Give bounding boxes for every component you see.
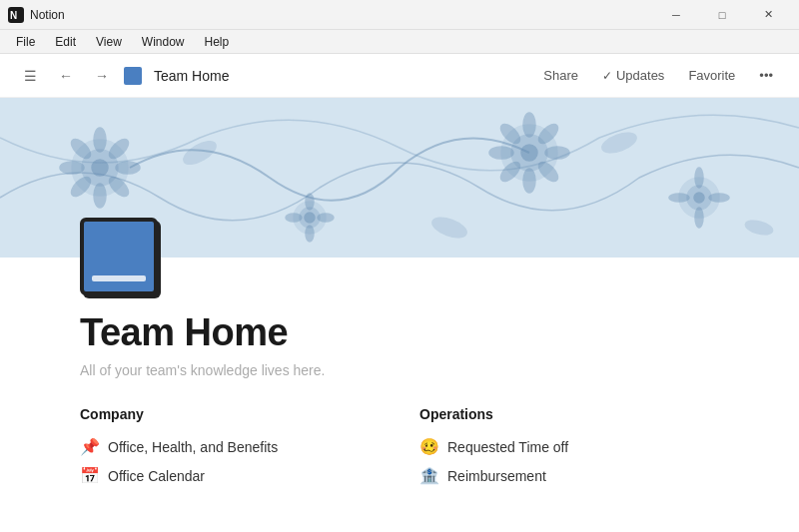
menu-window[interactable]: Window <box>134 33 193 51</box>
page-body: Team Home All of your team's knowledge l… <box>0 218 799 530</box>
operations-items: 🥴 Requested Time off 🏦 Reimbursement <box>419 432 719 490</box>
minimize-button[interactable]: ─ <box>653 0 699 30</box>
svg-point-35 <box>695 168 703 188</box>
company-section-title: Company <box>80 406 380 422</box>
app-title: Notion <box>30 8 65 22</box>
company-items: 📌 Office, Health, and Benefits 📅 Office … <box>80 432 380 490</box>
svg-point-8 <box>60 162 84 174</box>
menu-help[interactable]: Help <box>197 33 238 51</box>
list-item[interactable]: 📅 Office Calendar <box>80 461 380 490</box>
time-off-label: Requested Time off <box>447 439 568 455</box>
svg-point-37 <box>669 194 689 202</box>
office-benefits-icon: 📌 <box>80 437 100 456</box>
close-button[interactable]: ✕ <box>745 0 791 30</box>
list-item[interactable]: 📌 Office, Health, and Benefits <box>80 432 380 461</box>
window-controls: ─ □ ✕ <box>653 0 791 30</box>
reimbursement-icon: 🏦 <box>419 466 439 485</box>
page-content: Team Home All of your team's knowledge l… <box>0 98 799 532</box>
favorite-button[interactable]: Favorite <box>678 64 745 87</box>
office-benefits-label: Office, Health, and Benefits <box>108 439 278 455</box>
menu-bar: File Edit View Window Help <box>0 30 799 54</box>
menu-edit[interactable]: Edit <box>47 33 84 51</box>
list-item[interactable]: 🏦 Reimbursement <box>419 461 719 490</box>
svg-point-34 <box>694 193 704 203</box>
menu-view[interactable]: View <box>88 33 130 51</box>
page-emoji[interactable] <box>80 218 158 295</box>
svg-point-7 <box>94 184 106 208</box>
company-section: Company 📌 Office, Health, and Benefits 📅… <box>80 406 380 490</box>
app-icon: N <box>8 7 24 23</box>
svg-point-20 <box>545 147 569 159</box>
forward-button[interactable]: → <box>88 62 116 90</box>
reimbursement-label: Reimbursement <box>447 468 546 484</box>
sidebar-toggle-button[interactable]: ☰ <box>16 62 44 90</box>
page-title-toolbar: Team Home <box>154 68 229 84</box>
office-calendar-icon: 📅 <box>80 466 100 485</box>
svg-point-17 <box>523 113 535 137</box>
time-off-icon: 🥴 <box>419 437 439 456</box>
sections-grid: Company 📌 Office, Health, and Benefits 📅… <box>80 406 719 490</box>
svg-point-28 <box>306 194 314 210</box>
menu-file[interactable]: File <box>8 33 43 51</box>
updates-button[interactable]: ✓ Updates <box>592 64 674 87</box>
svg-point-38 <box>709 194 729 202</box>
svg-point-18 <box>523 169 535 193</box>
more-button[interactable]: ••• <box>749 64 783 87</box>
share-button[interactable]: Share <box>533 64 588 87</box>
office-calendar-label: Office Calendar <box>108 468 205 484</box>
operations-section: Operations 🥴 Requested Time off 🏦 Reimbu… <box>419 406 719 490</box>
page-icon-small <box>124 67 142 85</box>
page-title: Team Home <box>80 311 719 354</box>
svg-point-19 <box>489 147 513 159</box>
operations-section-title: Operations <box>419 406 719 422</box>
page-subtitle: All of your team's knowledge lives here. <box>80 362 719 378</box>
title-bar: N Notion ─ □ ✕ <box>0 0 799 30</box>
svg-point-6 <box>94 128 106 152</box>
page-emoji-container <box>80 218 719 295</box>
maximize-button[interactable]: □ <box>699 0 745 30</box>
svg-text:N: N <box>10 10 17 21</box>
list-item[interactable]: 🥴 Requested Time off <box>419 432 719 461</box>
toolbar: ☰ ← → Team Home Share ✓ Updates Favorite… <box>0 54 799 98</box>
back-button[interactable]: ← <box>52 62 80 90</box>
